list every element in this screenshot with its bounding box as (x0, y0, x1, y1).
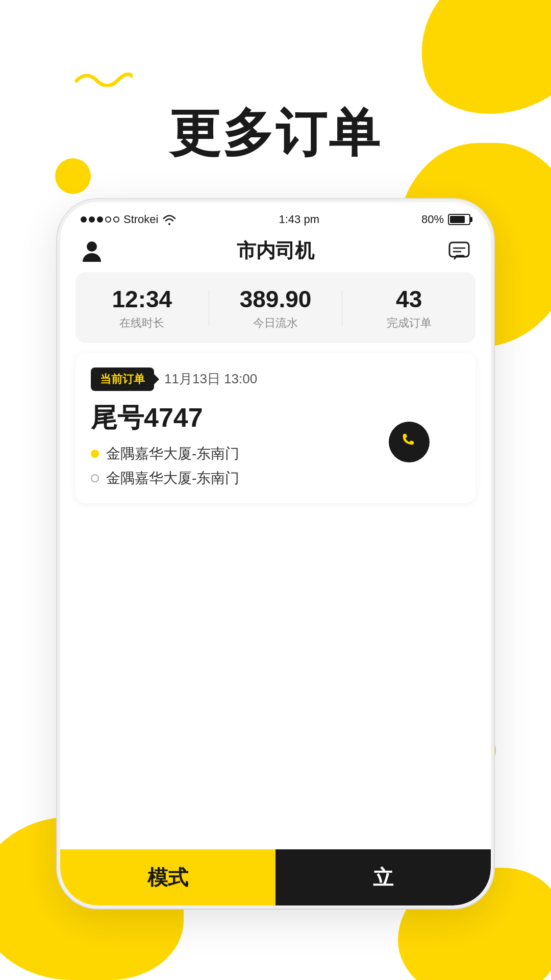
dropoff-address: 金隅嘉华大厦-东南门 (106, 469, 239, 488)
order-time: 11月13日 13:00 (164, 370, 257, 388)
signal-dot-3 (97, 216, 103, 223)
wavy-decoration (71, 66, 133, 87)
call-button[interactable] (389, 422, 430, 462)
battery-bar (448, 214, 470, 225)
wifi-icon (162, 214, 177, 225)
carrier-name: Strokei (123, 213, 158, 226)
stat-value-online-time: 12:34 (76, 286, 209, 312)
signal-dot-5 (113, 216, 119, 223)
status-time: 1:43 pm (279, 213, 319, 226)
user-icon[interactable] (81, 240, 103, 262)
message-icon[interactable] (448, 240, 470, 262)
battery-percent: 80% (421, 213, 444, 226)
stat-label-revenue: 今日流水 (209, 315, 342, 331)
order-card-inner: 金隅嘉华大厦-东南门 金隅嘉华大厦-东南门 (91, 444, 460, 488)
phone-nav: 市内司机 (60, 233, 491, 272)
pickup-address: 金隅嘉华大厦-东南门 (106, 444, 239, 463)
stat-completed: 43 完成订单 (342, 286, 475, 331)
svg-point-0 (87, 241, 97, 252)
order-card: 当前订单 11月13日 13:00 尾号4747 金隅嘉华大厦-东南门 金隅嘉华… (76, 353, 475, 503)
stat-value-completed: 43 (342, 286, 475, 312)
order-badge: 当前订单 (91, 368, 154, 391)
page-heading: 更多订单 (0, 100, 551, 168)
action-button[interactable]: 立 (276, 849, 491, 905)
stat-revenue: 389.90 今日流水 (209, 286, 342, 331)
svg-rect-1 (449, 242, 469, 257)
dropoff-dot (91, 474, 99, 482)
order-header: 当前订单 11月13日 13:00 (91, 368, 460, 391)
battery-fill (450, 216, 465, 223)
stat-value-revenue: 389.90 (209, 286, 342, 312)
stat-label-online-time: 在线时长 (76, 315, 209, 331)
dropoff-row: 金隅嘉华大厦-东南门 (91, 469, 460, 488)
stat-online-time: 12:34 在线时长 (76, 286, 209, 331)
stat-label-completed: 完成订单 (342, 315, 475, 331)
mode-button[interactable]: 模式 (60, 849, 276, 905)
bottom-buttons: 模式 立 (60, 849, 491, 905)
stats-card: 12:34 在线时长 389.90 今日流水 43 完成订单 (76, 272, 475, 343)
nav-title: 市内司机 (237, 238, 314, 264)
signal-dots (81, 216, 119, 223)
signal-dot-2 (89, 216, 95, 223)
signal-dot-1 (81, 216, 87, 223)
status-right: 80% (421, 213, 470, 226)
pickup-dot (91, 450, 99, 458)
status-left: Strokei (81, 213, 177, 226)
signal-dot-4 (105, 216, 111, 223)
phone-mockup: Strokei 1:43 pm 80% 市内司机 (57, 199, 494, 909)
status-bar: Strokei 1:43 pm 80% (60, 202, 491, 233)
